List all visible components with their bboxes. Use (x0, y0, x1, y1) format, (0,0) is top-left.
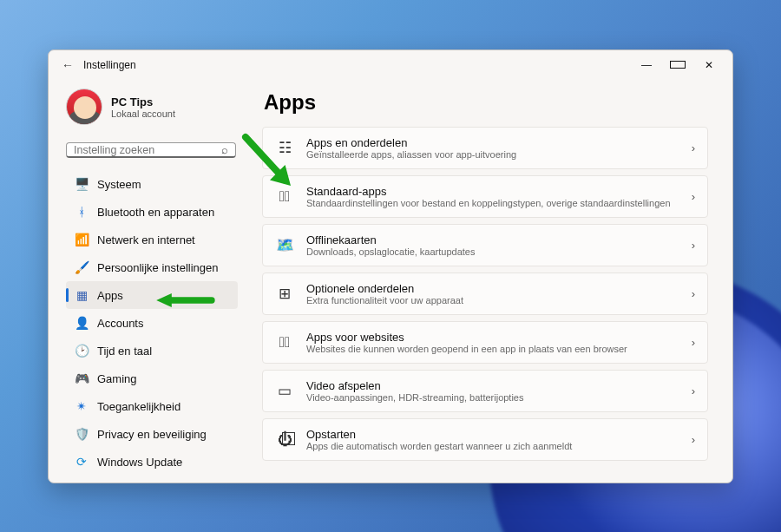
sidebar-item-accounts-icon: 👤 (75, 316, 89, 330)
search-icon: ⌕ (221, 143, 228, 156)
sidebar-item-tijd-taal-icon: 🕑 (75, 344, 89, 358)
sidebar-item-privacy-icon: 🛡️ (75, 427, 89, 441)
sidebar-item-systeem[interactable]: 🖥️Systeem (66, 170, 238, 198)
chevron-right-icon: › (692, 433, 695, 446)
main-pane: Apps ☷Apps en onderdelenGeïnstalleerde a… (246, 80, 732, 483)
search-input[interactable] (74, 144, 221, 156)
sidebar-item-bluetooth-label: Bluetooth en apparaten (97, 206, 214, 219)
sidebar-item-tijd-taal[interactable]: 🕑Tijd en taal (66, 337, 238, 365)
sidebar-item-gaming-label: Gaming (97, 372, 137, 385)
close-button[interactable]: ✕ (701, 59, 717, 71)
card-standaard-apps[interactable]: ✔⃞Standaard-appsStandaardinstellingen vo… (262, 175, 708, 218)
settings-window: ← Instellingen — ✕ PC Tips Lokaal accoun… (48, 49, 733, 483)
sidebar-item-systeem-label: Systeem (97, 178, 141, 191)
chevron-right-icon: › (692, 239, 695, 252)
back-button[interactable]: ← (56, 58, 80, 72)
sidebar-item-privacy[interactable]: 🛡️Privacy en beveiliging (66, 420, 238, 448)
sidebar-item-netwerk[interactable]: 📶Netwerk en internet (66, 226, 238, 253)
card-offlinekaarten-title: Offlinekaarten (306, 233, 679, 246)
card-opstarten[interactable]: ⏻⃞OpstartenApps die automatisch worden g… (262, 418, 708, 461)
card-standaard-apps-icon: ✔⃞ (275, 188, 294, 206)
sidebar-item-toegankelijkheid-icon: ✴ (75, 399, 89, 413)
card-optionele-onderdelen-icon: ⊞ (275, 285, 294, 303)
card-apps-websites-title: Apps voor websites (306, 331, 679, 344)
card-apps-onderdelen[interactable]: ☷Apps en onderdelenGeïnstalleerde apps, … (262, 127, 708, 169)
card-apps-websites[interactable]: ↗⃞Apps voor websitesWebsites die kunnen … (262, 321, 708, 364)
sidebar-item-personalisatie[interactable]: 🖌️Persoonlijke instellingen (66, 253, 238, 281)
settings-card-list: ☷Apps en onderdelenGeïnstalleerde apps, … (262, 127, 708, 461)
chevron-right-icon: › (692, 287, 695, 300)
avatar (66, 89, 102, 125)
titlebar: ← Instellingen — ✕ (49, 50, 732, 80)
sidebar-item-tijd-taal-label: Tijd en taal (97, 345, 152, 358)
card-apps-onderdelen-icon: ☷ (275, 139, 294, 157)
sidebar-item-update[interactable]: ⟳Windows Update (66, 448, 238, 476)
sidebar-item-systeem-icon: 🖥️ (75, 177, 89, 191)
nav-list: 🖥️SysteemᚼBluetooth en apparaten📶Netwerk… (66, 170, 238, 476)
card-standaard-apps-title: Standaard-apps (306, 185, 679, 198)
sidebar-item-netwerk-icon: 📶 (75, 233, 89, 246)
page-title: Apps (264, 90, 708, 115)
user-subtitle: Lokaal account (111, 108, 175, 119)
search-field[interactable]: ⌕ (66, 142, 236, 158)
card-offlinekaarten[interactable]: 🗺️OfflinekaartenDownloads, opslaglocatie… (262, 224, 708, 266)
chevron-right-icon: › (692, 141, 695, 154)
card-opstarten-subtitle: Apps die automatisch worden gestart wann… (306, 441, 679, 451)
card-apps-websites-icon: ↗⃞ (275, 334, 294, 351)
sidebar-item-apps[interactable]: ▦Apps (66, 281, 238, 309)
sidebar-item-apps-icon: ▦ (75, 288, 89, 302)
card-apps-websites-subtitle: Websites die kunnen worden geopend in ee… (306, 344, 679, 354)
sidebar-item-update-label: Windows Update (97, 456, 182, 469)
sidebar-item-toegankelijkheid-label: Toegankelijkheid (97, 400, 180, 413)
card-video-afspelen-title: Video afspelen (306, 379, 679, 392)
sidebar-item-gaming-icon: 🎮 (75, 371, 89, 385)
minimize-button[interactable]: — (639, 59, 654, 71)
user-block[interactable]: PC Tips Lokaal account (66, 89, 238, 125)
window-controls: — ✕ (639, 59, 725, 71)
card-optionele-onderdelen[interactable]: ⊞Optionele onderdelenExtra functionalite… (262, 273, 708, 315)
card-offlinekaarten-icon: 🗺️ (275, 236, 294, 254)
card-video-afspelen[interactable]: ▭Video afspelenVideo-aanpassingen, HDR-s… (262, 370, 708, 412)
card-apps-onderdelen-title: Apps en onderdelen (306, 136, 679, 149)
sidebar-item-accounts-label: Accounts (97, 317, 143, 330)
sidebar-item-personalisatie-icon: 🖌️ (75, 260, 89, 274)
chevron-right-icon: › (692, 336, 695, 349)
sidebar-item-apps-label: Apps (97, 289, 123, 302)
card-video-afspelen-icon: ▭ (275, 382, 294, 400)
sidebar-item-privacy-label: Privacy en beveiliging (97, 428, 207, 441)
sidebar-item-accounts[interactable]: 👤Accounts (66, 309, 238, 337)
card-offlinekaarten-subtitle: Downloads, opslaglocatie, kaartupdates (306, 246, 679, 257)
maximize-button[interactable] (670, 59, 686, 71)
card-apps-onderdelen-subtitle: Geïnstalleerde apps, aliassen voor app-u… (306, 149, 679, 160)
sidebar-item-update-icon: ⟳ (75, 455, 89, 469)
card-opstarten-title: Opstarten (306, 428, 679, 441)
card-standaard-apps-subtitle: Standaardinstellingen voor bestand en ko… (306, 198, 679, 208)
card-optionele-onderdelen-subtitle: Extra functionaliteit voor uw apparaat (306, 295, 679, 305)
card-video-afspelen-subtitle: Video-aanpassingen, HDR-streaming, batte… (306, 392, 679, 403)
sidebar: PC Tips Lokaal account ⌕ 🖥️SysteemᚼBluet… (49, 80, 246, 483)
sidebar-item-toegankelijkheid[interactable]: ✴Toegankelijkheid (66, 392, 238, 420)
window-title: Instellingen (83, 59, 136, 71)
sidebar-item-bluetooth-icon: ᚼ (75, 205, 89, 219)
sidebar-item-netwerk-label: Netwerk en internet (97, 233, 195, 246)
chevron-right-icon: › (692, 384, 695, 397)
user-name: PC Tips (111, 95, 175, 108)
card-opstarten-icon: ⏻⃞ (275, 431, 294, 449)
sidebar-item-bluetooth[interactable]: ᚼBluetooth en apparaten (66, 198, 238, 226)
sidebar-item-gaming[interactable]: 🎮Gaming (66, 365, 238, 392)
card-optionele-onderdelen-title: Optionele onderdelen (306, 282, 679, 295)
sidebar-item-personalisatie-label: Persoonlijke instellingen (97, 261, 218, 274)
chevron-right-icon: › (692, 190, 695, 203)
